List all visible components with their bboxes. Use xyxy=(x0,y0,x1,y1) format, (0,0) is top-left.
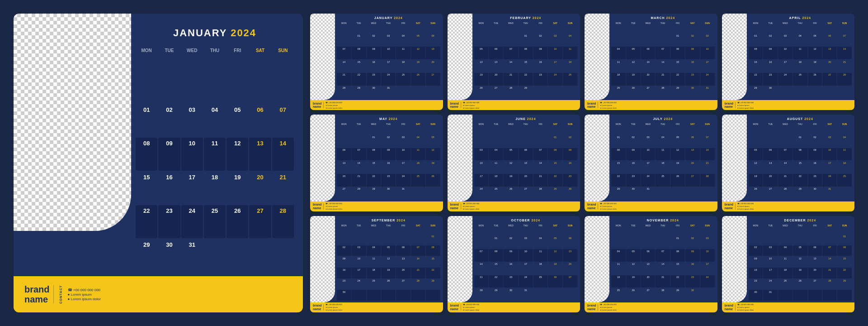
mini-day: 07 xyxy=(504,47,518,59)
mini-day xyxy=(474,135,489,148)
mini-brand: brandname xyxy=(587,102,596,109)
mini-footer: brandname ☎ +00 000 000 000 ● Lorem ipsu… xyxy=(585,201,717,211)
mini-day: 20 xyxy=(641,73,656,86)
left-cal-grid: MON TUE WED THU FRI SAT SUN 01 xyxy=(136,46,294,272)
left-photo-placeholder xyxy=(14,14,131,231)
mini-header: MON xyxy=(611,21,626,34)
mini-day: 30 xyxy=(337,290,351,301)
mini-day xyxy=(533,288,548,301)
mini-divider xyxy=(323,304,324,311)
mini-day: 15 xyxy=(489,262,503,275)
mini-day: 18 xyxy=(778,268,793,278)
mini-day xyxy=(641,236,656,249)
mini-day: 06 xyxy=(641,249,656,262)
mini-day: 31 xyxy=(763,290,778,301)
mini-cal-section: AUGUST 2024 MONTUEWEDTHUFRISATSUN0102030… xyxy=(747,115,855,201)
mini-divider xyxy=(461,203,461,210)
mini-cal-title: JULY 2024 xyxy=(611,117,715,120)
mini-contact-lines: ☎ +00 000 000 000 ● Lorem ipsum ● Lorem … xyxy=(737,202,754,210)
mini-day: 04 xyxy=(611,249,626,262)
mini-brand: brandname xyxy=(450,102,459,109)
mini-day: 09 xyxy=(685,249,700,262)
mini-day: 19 xyxy=(808,60,822,72)
mini-day: 03 xyxy=(700,236,715,249)
mini-day: 17 xyxy=(700,262,715,275)
mini-day: 20 xyxy=(808,268,822,278)
mini-day: 20 xyxy=(822,60,837,72)
mini-day: 09 xyxy=(749,256,763,267)
main-container: JANUARY 2024 MON TUE WED THU FRI SAT SUN xyxy=(5,5,863,321)
mini-photo-placeholder xyxy=(585,14,609,100)
mini-day xyxy=(411,290,425,301)
mini-day: 18 xyxy=(656,161,670,173)
mini-day: 28 xyxy=(533,187,548,200)
mini-day xyxy=(411,187,425,200)
cal-day: 10 xyxy=(181,138,203,170)
mini-day: 27 xyxy=(337,187,351,200)
mini-day: 27 xyxy=(641,86,656,99)
mini-day: 12 xyxy=(411,47,425,59)
mini-day: 08 xyxy=(837,245,852,256)
mini-year: 2024 xyxy=(531,219,540,222)
cal-day xyxy=(226,239,248,272)
cal-day: 21 xyxy=(272,172,294,204)
mini-header: TUE xyxy=(489,21,503,34)
mini-day: 22 xyxy=(793,174,807,187)
mini-day: 27 xyxy=(563,275,577,288)
mini-day: 01 xyxy=(519,34,533,47)
mini-contact-line: ☎ +00 000 000 000 xyxy=(600,303,617,306)
mini-header: SUN xyxy=(837,224,852,234)
mini-day: 11 xyxy=(533,249,548,262)
mini-day: 30 xyxy=(504,288,518,301)
mini-day: 01 xyxy=(837,234,852,245)
mini-divider xyxy=(598,203,598,210)
mini-day: 05 xyxy=(411,34,425,47)
mini-day: 01 xyxy=(670,236,685,249)
mini-contact-line: ● Lorem ipsum xyxy=(737,205,754,207)
mini-cal-section: DECEMBER 2024 MONTUEWEDTHUFRISATSUN01020… xyxy=(747,216,855,302)
mini-day: 18 xyxy=(611,73,626,86)
mini-cal-grid: MONTUEWEDTHUFRISATSUN0102030405060708091… xyxy=(749,224,852,301)
mini-day: 31 xyxy=(396,187,410,200)
mini-divider xyxy=(461,304,461,311)
mini-brand: brandname xyxy=(725,203,733,210)
mini-day: 26 xyxy=(381,279,396,290)
mini-day: 11 xyxy=(778,256,793,267)
mini-year: 2024 xyxy=(804,117,813,120)
mini-day: 05 xyxy=(793,245,807,256)
mini-year: 2024 xyxy=(389,117,398,120)
mini-day: 06 xyxy=(685,135,700,148)
mini-day: 10 xyxy=(381,47,396,59)
mini-day: 14 xyxy=(474,262,489,275)
mini-day xyxy=(626,236,641,249)
mini-day xyxy=(685,187,700,200)
mini-header: TUE xyxy=(763,224,778,234)
mini-day xyxy=(337,135,351,148)
cal-day: 25 xyxy=(204,205,226,238)
mini-contact-lines: ☎ +00 000 000 000 ● Lorem ipsum ● Lorem … xyxy=(737,303,754,311)
mini-day: 24 xyxy=(474,187,489,200)
mini-cal-content: OCTOBER 2024 MONTUEWEDTHUFRISATSUN010203… xyxy=(448,216,580,302)
mini-day: 28 xyxy=(504,86,518,99)
mini-day: 02 xyxy=(381,135,396,148)
cal-day: 30 xyxy=(158,239,180,272)
mini-day: 14 xyxy=(656,262,670,275)
left-footer: brandname CONTACT ☎ +00 000 000 000 ● Lo… xyxy=(14,276,303,312)
mini-day: 31 xyxy=(519,288,533,301)
mini-day: 10 xyxy=(474,161,489,173)
mini-day: 04 xyxy=(533,236,548,249)
mini-cal-title: DECEMBER 2024 xyxy=(749,219,852,222)
mini-header: THU xyxy=(793,224,807,234)
mini-day: 05 xyxy=(670,135,685,148)
mini-day: 04 xyxy=(611,47,626,59)
mini-day: 23 xyxy=(685,275,700,288)
right-panel: JANUARY 2024 MONTUEWEDTHUFRISATSUN010203… xyxy=(310,14,854,312)
mini-day: 30 xyxy=(367,86,381,99)
cal-header-mon: MON xyxy=(136,46,157,76)
mini-day: 18 xyxy=(489,174,503,187)
mini-day: 22 xyxy=(749,73,763,86)
mini-cal-title: FEBRUARY 2024 xyxy=(474,16,578,19)
mini-day xyxy=(763,234,778,245)
mini-day: 27 xyxy=(641,288,656,301)
mini-cal-grid: MONTUEWEDTHUFRISATSUN0102030405060708091… xyxy=(474,224,578,301)
